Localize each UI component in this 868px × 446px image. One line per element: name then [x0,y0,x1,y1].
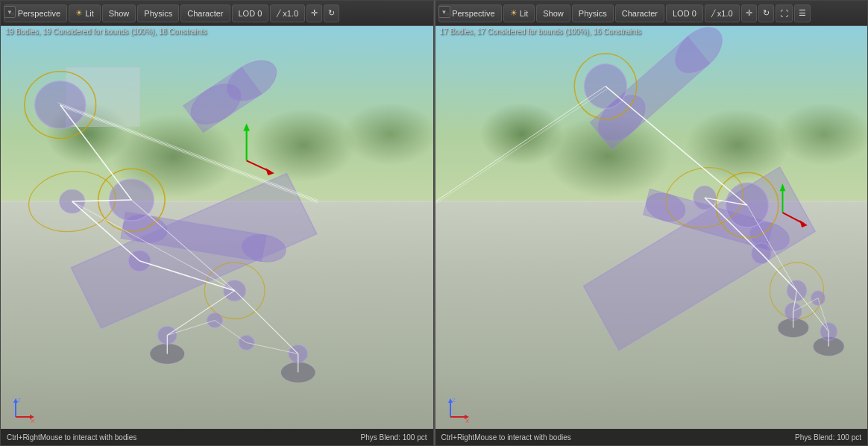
show-btn-right[interactable]: Show [536,4,570,22]
status-bar-right: Ctrl+RightMouse to interact with bodies … [435,429,868,445]
character-btn-right[interactable]: Character [615,4,664,22]
svg-text:X: X [465,418,470,424]
show-btn-left[interactable]: Show [102,4,136,22]
viewport-dropdown-right[interactable]: ▼ [438,6,450,18]
physics-overlay-left [1,1,433,445]
lit-icon-left: ☀ [75,8,83,18]
info-text-left: 19 Bodies, 19 Considered for bounds (100… [5,28,207,36]
svg-line-72 [435,89,608,204]
svg-line-36 [167,291,234,336]
status-right-left-text: Ctrl+RightMouse to interact with bodies [441,433,571,442]
svg-text:X: X [31,418,35,424]
scale-icon-right: ╱ [711,10,715,17]
move-btn-left[interactable]: ✛ [306,4,322,22]
physics-overlay-right [435,1,868,445]
status-bar-left: Ctrl+RightMouse to interact with bodies … [1,429,433,445]
scale-btn-right[interactable]: ╱ x1.0 [705,4,740,22]
scale-icon-left: ╱ [277,10,280,17]
maximize-btn-right[interactable]: ⛶ [776,4,793,22]
svg-line-40 [167,321,215,336]
character-label-left: Character [187,9,223,18]
svg-line-23 [60,105,318,202]
svg-line-41 [215,321,247,343]
svg-line-17 [60,105,132,201]
lit-icon-right: ☀ [510,8,518,18]
lod-label-right: LOD 0 [673,9,696,18]
status-left-text: Ctrl+RightMouse to interact with bodies [7,433,136,442]
character-btn-left[interactable]: Character [180,4,230,22]
rotate-btn-right[interactable]: ↻ [758,4,774,22]
svg-marker-27 [243,123,250,131]
perspective-label-left: Perspective [18,9,60,18]
toolbar-left: ▼ ● Perspective ☀ Lit Show Physics Chara… [1,1,433,26]
character-label-right: Character [622,9,658,18]
scale-label-right: x1.0 [717,9,733,18]
viewport-left[interactable]: ▼ ● Perspective ☀ Lit Show Physics Chara… [0,0,434,446]
move-icon-right: ✛ [746,8,752,18]
svg-marker-29 [265,168,274,175]
settings-btn-right[interactable]: ☰ [794,4,811,22]
rotate-btn-left[interactable]: ↻ [324,4,339,22]
show-label-right: Show [543,9,564,18]
svg-line-69 [761,254,797,291]
svg-line-71 [435,87,606,201]
toolbar-right: ▼ ● Perspective ☀ Lit Show Physics Chara… [435,1,868,26]
lit-btn-right[interactable]: ☀ Lit [503,4,535,22]
physics-label-left: Physics [144,9,172,18]
svg-line-66 [606,87,747,205]
viewport-dropdown-left[interactable]: ▼ [4,6,16,18]
physics-btn-right[interactable]: Physics [572,4,614,22]
status-right-text: Phys Blend: 100 pct [361,433,427,442]
physics-btn-left[interactable]: Physics [137,4,179,22]
info-text-right: 17 Bodies, 17 Considered for bounds (100… [440,28,641,36]
axis-gizmo-right: Z X [443,395,473,424]
lit-label-left: Lit [85,9,94,18]
move-btn-right[interactable]: ✛ [741,4,757,22]
scale-label-left: x1.0 [283,9,298,18]
dropdown-arrow-icon-left: ▼ [7,9,13,16]
svg-text:Z: Z [452,397,456,403]
perspective-label-right: Perspective [452,9,494,18]
viewport-right[interactable]: ▼ ● Perspective ☀ Lit Show Physics Chara… [434,0,869,446]
rotate-icon-left: ↻ [328,8,335,18]
rotate-icon-right: ↻ [763,8,770,18]
maximize-icon-right: ⛶ [780,9,788,18]
show-label-left: Show [109,9,130,18]
viewport-container: ▼ ● Perspective ☀ Lit Show Physics Chara… [0,0,868,446]
lod-btn-left[interactable]: LOD 0 [232,4,269,22]
lod-label-left: LOD 0 [239,9,262,18]
svg-text:Z: Z [17,397,21,403]
scale-btn-left[interactable]: ╱ x1.0 [270,4,305,22]
status-right-right-text: Phys Blend: 100 pct [795,433,861,442]
lit-label-right: Lit [520,9,529,18]
physics-label-right: Physics [579,9,607,18]
svg-line-25 [58,103,318,201]
axis-gizmo-left: Z X [8,395,38,424]
lod-btn-right[interactable]: LOD 0 [666,4,703,22]
dropdown-arrow-icon-right: ▼ [441,9,447,16]
settings-icon-right: ☰ [799,8,806,18]
lit-btn-left[interactable]: ☀ Lit [69,4,101,22]
move-icon-left: ✛ [311,8,318,18]
